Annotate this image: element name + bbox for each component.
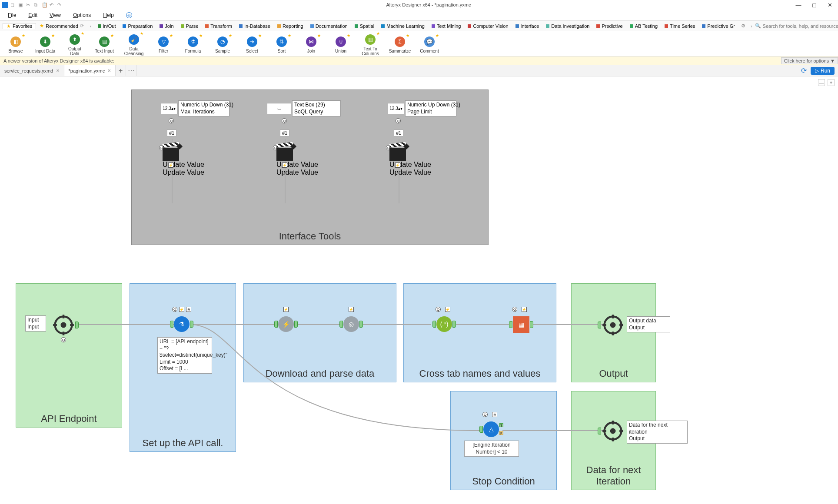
cat-documentation[interactable]: Documentation (307, 23, 351, 29)
close-icon[interactable]: ✕ (107, 68, 111, 73)
cat-predictive[interactable]: Predictive (593, 23, 626, 29)
connection-hash: #1 (167, 129, 176, 136)
canvas-collapse-button[interactable]: — (818, 79, 825, 86)
svg-point-5 (610, 428, 616, 434)
tool-browse[interactable]: ★◧Browse (4, 34, 27, 53)
cat-ml[interactable]: Machine Learning (378, 23, 428, 29)
node-info: Input Input (25, 315, 46, 332)
container-label: Set up the API call. (143, 438, 223, 449)
cat-interface[interactable]: Interface (512, 23, 543, 29)
tool-union[interactable]: ★∪Union (329, 34, 352, 53)
canvas-add-button[interactable]: + (828, 79, 835, 86)
container-label: Cross tab names and values (419, 368, 541, 379)
tool-parse-node[interactable]: ◎ ⚡ (343, 316, 359, 332)
cat-favorites[interactable]: ★Favorites (3, 23, 36, 29)
close-button[interactable]: ✕ (826, 2, 834, 8)
menu-help[interactable]: Help (103, 12, 114, 18)
container-label: Output (599, 368, 628, 379)
tool-join2[interactable]: ★⋈Join (300, 34, 323, 53)
redo-icon[interactable]: ↷ (57, 2, 63, 7)
update-text: A newer version of Alteryx Designer x64 … (3, 58, 114, 63)
tab-service-requests[interactable]: service_requests.yxmd✕ (0, 65, 64, 76)
tool-formula-node[interactable]: ⚗ Q ⚡ ≋ URL = [API endpoint] + "?$select… (174, 316, 190, 332)
cat-settings-icon[interactable]: ⚙ (738, 23, 748, 29)
ribbon-categories: ★Favorites ★Recommended⟳ ‹ In/Out Prepar… (0, 21, 838, 31)
search-input[interactable] (763, 23, 838, 29)
update-options-button[interactable]: Click here for options ▼ (781, 57, 838, 64)
cat-join[interactable]: Join (156, 23, 177, 29)
workflow-canvas[interactable]: — + Interface Tools API Endpoint Set up … (0, 76, 838, 504)
cat-preparation[interactable]: Preparation (119, 23, 156, 29)
tool-sample[interactable]: ★◔Sample (211, 34, 234, 53)
tool-macro-output-next[interactable]: Data for the next iteration Output (602, 420, 624, 442)
tool-filter-stop[interactable]: △ T F Q ≋ [Engine.Iteration Number] < 10 (483, 421, 499, 437)
close-icon[interactable]: ✕ (56, 68, 60, 73)
tool-summarize[interactable]: ★ΣSummarize (389, 34, 411, 53)
menu-options[interactable]: Options (73, 12, 91, 18)
cat-recommended[interactable]: ★Recommended⟳ (36, 23, 87, 29)
run-button[interactable]: ▷ Run (811, 67, 835, 75)
menu-view[interactable]: View (50, 12, 61, 18)
tool-macro-output[interactable]: Output data Output (602, 314, 624, 336)
open-icon[interactable]: ▣ (18, 2, 23, 7)
tool-outputdata[interactable]: ★⬆Output Data (63, 32, 86, 56)
cat-timeseries[interactable]: Time Series (661, 23, 698, 29)
container-label: Download and parse data (266, 368, 375, 379)
cat-ab[interactable]: AB Testing (626, 23, 661, 29)
menu-file[interactable]: File (8, 12, 16, 18)
cat-scroll-left[interactable]: ‹ (87, 23, 94, 29)
minimize-button[interactable]: — (795, 2, 802, 8)
down-arrow-icon: ▾ (283, 170, 285, 176)
iface-numeric-updown-c[interactable]: 12.3▴▾ Numeric Up Down (31) Page Limit (388, 100, 456, 116)
tool-crosstab-node[interactable]: ▦ Q ⚡ (513, 316, 529, 333)
container-label: API Endpoint (41, 413, 96, 424)
cat-datainv[interactable]: Data Investigation (542, 23, 593, 29)
iface-label: Numeric Up Down (31) Page Limit (405, 100, 456, 116)
undo-icon[interactable]: ↶ (50, 2, 55, 7)
tab-pagination[interactable]: *pagination.yxmc✕ (64, 65, 116, 76)
tool-texttocolumns[interactable]: ★▥Text To Columns (359, 32, 382, 56)
maximize-button[interactable]: ◻ (810, 2, 818, 8)
cat-scroll-right[interactable]: › (748, 23, 755, 29)
iface-numeric-updown-a[interactable]: 12.3▴▾ Numeric Up Down (31) Max. Iterati… (161, 100, 229, 116)
cat-spatial[interactable]: Spatial (351, 23, 378, 29)
tool-macro-input[interactable]: Q Input Input (52, 314, 75, 336)
connection-hash: #1 (394, 129, 403, 136)
refresh-button[interactable]: ⟳ (800, 67, 808, 75)
cut-icon[interactable]: ✂ (26, 2, 31, 7)
cat-reporting[interactable]: Reporting (274, 23, 307, 29)
container-label: Interface Tools (279, 231, 341, 242)
container-api-endpoint[interactable]: API Endpoint (16, 283, 122, 428)
node-info: [Engine.Iteration Number] < 10 (464, 441, 519, 457)
new-icon[interactable]: ◻ (10, 2, 16, 7)
tool-filter[interactable]: ★▽Filter (152, 34, 175, 53)
numeric-updown-icon: 12.3▴▾ (388, 103, 404, 114)
tool-inputdata[interactable]: ★⬇Input Data (34, 34, 57, 53)
tab-overflow-button[interactable]: ⋯ (126, 65, 136, 76)
container-download-parse[interactable]: Download and parse data (243, 283, 396, 382)
copy-icon[interactable]: ⧉ (34, 2, 39, 7)
tool-regex-node[interactable]: (.*) Q ⚡ (436, 316, 452, 332)
cat-parse[interactable]: Parse (177, 23, 202, 29)
node-info: Output data Output (627, 316, 670, 332)
cat-cv[interactable]: Computer Vision (464, 23, 512, 29)
tool-download-node[interactable]: ⚡ ⚡ (278, 316, 294, 332)
tool-datacleansing[interactable]: ★🧹Data Cleansing (123, 32, 145, 56)
cat-predgroup[interactable]: Predictive Gr (698, 23, 738, 29)
tool-formula[interactable]: ★⚗Formula (182, 34, 204, 53)
new-tab-button[interactable]: + (116, 65, 126, 76)
menu-edit[interactable]: Edit (28, 12, 37, 18)
container-crosstab[interactable]: Cross tab names and values (403, 283, 556, 382)
search-box[interactable]: 🔍 (755, 23, 838, 29)
tool-sort[interactable]: ★⇅Sort (270, 34, 293, 53)
paste-icon[interactable]: 📋 (42, 2, 47, 7)
iface-textbox-b[interactable]: ▭ Text Box (29) SoQL Query (267, 100, 341, 116)
menu-target-icon[interactable]: ◎ (126, 12, 132, 18)
tool-select[interactable]: ★➜Select (241, 34, 263, 53)
cat-textmining[interactable]: Text Mining (428, 23, 465, 29)
cat-inout[interactable]: In/Out (94, 23, 120, 29)
cat-transform[interactable]: Transform (202, 23, 236, 29)
tool-comment[interactable]: ★💬Comment (418, 34, 441, 53)
cat-indatabase[interactable]: In-Database (236, 23, 274, 29)
tool-textinput[interactable]: ★▤Text Input (93, 34, 116, 53)
